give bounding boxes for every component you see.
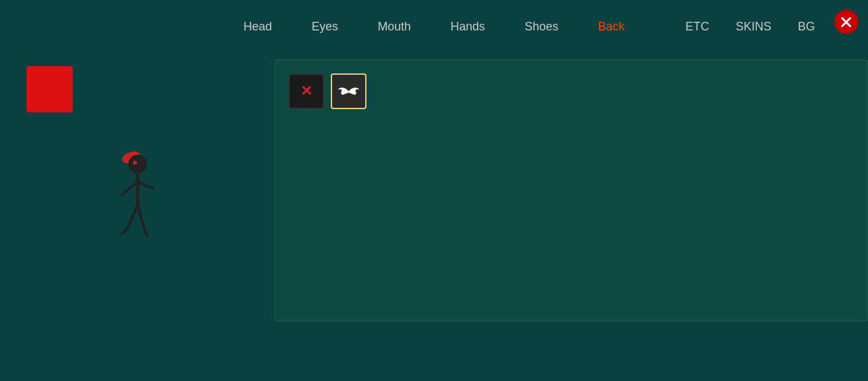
bottom-area (0, 321, 868, 381)
tab-hands[interactable]: Hands (451, 20, 485, 34)
svg-point-1 (128, 155, 147, 173)
top-nav: Head Eyes Mouth Hands Shoes Back ETC SKI… (0, 0, 868, 53)
nav-skins[interactable]: SKINS (736, 20, 771, 34)
svg-line-9 (144, 228, 148, 237)
svg-point-2 (133, 161, 137, 165)
tab-eyes[interactable]: Eyes (312, 20, 338, 34)
item-slot-empty[interactable]: ✕ (288, 73, 324, 109)
item-slot-wings[interactable] (331, 73, 367, 109)
tab-head[interactable]: Head (243, 20, 272, 34)
tab-shoes[interactable]: Shoes (525, 20, 558, 34)
wings-icon (337, 83, 361, 99)
tab-mouth[interactable]: Mouth (378, 20, 411, 34)
item-x-icon: ✕ (300, 83, 312, 100)
svg-line-7 (138, 205, 144, 228)
right-panel: ✕ (275, 60, 868, 321)
nav-bg[interactable]: BG (798, 20, 815, 34)
character-figure (111, 139, 164, 245)
tab-back[interactable]: Back (598, 20, 625, 34)
color-swatch[interactable] (26, 66, 73, 112)
close-button[interactable] (834, 10, 858, 34)
svg-line-8 (121, 228, 128, 235)
svg-line-6 (128, 205, 138, 228)
svg-line-5 (138, 182, 154, 189)
svg-line-4 (121, 182, 138, 195)
items-grid: ✕ (288, 73, 854, 109)
nav-right: ETC SKINS BG (685, 20, 815, 34)
nav-etc[interactable]: ETC (685, 20, 709, 34)
